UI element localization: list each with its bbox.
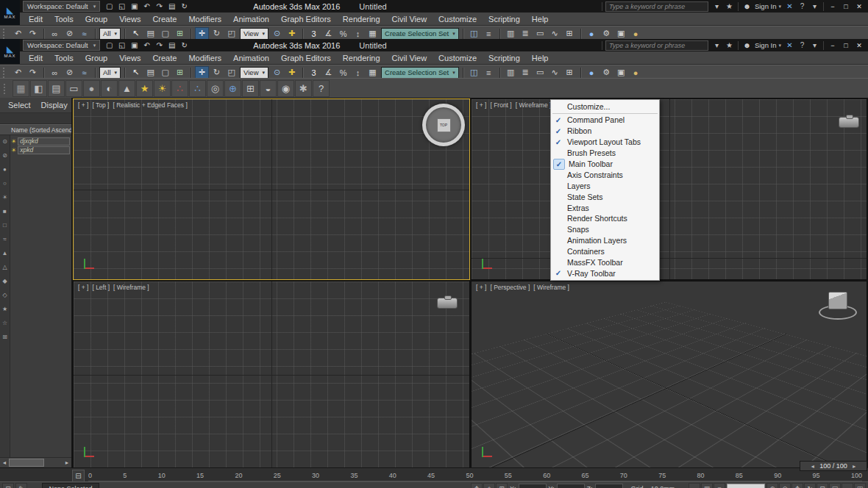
selection-lock-icon[interactable]: ⊡ bbox=[2, 483, 14, 488]
viewcube[interactable] bbox=[817, 289, 858, 321]
display-hidden-icon[interactable]: ☆ bbox=[1, 319, 9, 327]
z-coordinate-field[interactable] bbox=[595, 484, 623, 488]
select-and-move-icon[interactable]: ✛ bbox=[195, 27, 209, 40]
time-slider[interactable]: ◄ 100 / 100 ► bbox=[800, 461, 867, 471]
menu-item[interactable]: Help bbox=[526, 51, 555, 64]
render-setup-icon[interactable]: ⚙ bbox=[600, 27, 613, 40]
display-frozen-icon[interactable]: ★ bbox=[1, 305, 9, 313]
toolbar-menu-item[interactable]: Extras bbox=[551, 202, 659, 213]
maxscript-listener-icon[interactable]: ✎ bbox=[15, 483, 27, 488]
explorer-menu-item[interactable]: Select bbox=[3, 101, 36, 110]
display-all-icon[interactable]: ⊙ bbox=[1, 137, 9, 146]
zoom-extents-icon[interactable]: ⊡ bbox=[817, 483, 828, 488]
viewport-shading-menu[interactable]: [ Wireframe ] bbox=[533, 284, 569, 291]
orbit-icon[interactable]: ↻ bbox=[804, 483, 816, 488]
toolbar-menu-item[interactable]: ✓ Main Toolbar bbox=[551, 159, 659, 170]
redo-icon[interactable]: ↷ bbox=[154, 1, 165, 11]
undo-icon[interactable]: ↶ bbox=[141, 1, 152, 11]
snaps-toggle-icon[interactable]: 3 bbox=[307, 27, 321, 40]
viewport-layout-icon[interactable]: ◧ bbox=[30, 80, 47, 97]
next-frame-icon[interactable]: ► bbox=[852, 464, 857, 469]
isolate-selection-icon[interactable]: ▭ bbox=[689, 483, 700, 488]
select-and-link-icon[interactable]: ∞ bbox=[48, 66, 62, 79]
offset-mode-icon[interactable]: ⌖ bbox=[483, 483, 495, 488]
menu-item[interactable]: Group bbox=[79, 51, 114, 64]
display-materials-icon[interactable]: ⊞ bbox=[1, 333, 9, 341]
toolbar-grip[interactable] bbox=[3, 68, 8, 78]
viewport-shading-menu[interactable]: [ Wireframe ] bbox=[113, 284, 149, 291]
display-shapes-icon[interactable]: ○ bbox=[1, 179, 9, 187]
redo-icon[interactable]: ↷ bbox=[154, 40, 165, 50]
help-icon[interactable]: ? bbox=[797, 1, 808, 11]
menu-item[interactable]: Scripting bbox=[483, 12, 526, 25]
display-groups-icon[interactable]: ▲ bbox=[1, 249, 9, 257]
spinner-snap-icon[interactable]: ↕ bbox=[351, 27, 365, 40]
save-file-icon[interactable]: ▣ bbox=[129, 40, 140, 50]
select-by-name-icon[interactable]: ▤ bbox=[143, 27, 157, 40]
material-editor-icon[interactable]: ● bbox=[585, 66, 599, 79]
select-and-rotate-icon[interactable]: ↻ bbox=[210, 66, 224, 79]
undo-icon[interactable]: ↶ bbox=[141, 40, 152, 50]
capsule-icon[interactable]: ◒ bbox=[260, 80, 277, 97]
named-selection-sets-dropdown[interactable]: Create Selection Set ▾ bbox=[381, 67, 459, 79]
selection-filter-icon[interactable]: ▥ bbox=[701, 483, 713, 488]
mirror-icon[interactable]: ◫ bbox=[467, 27, 481, 40]
scene-object-row[interactable]: ☀ djxqkd bbox=[11, 137, 70, 146]
toolbar-menu-item[interactable]: Animation Layers bbox=[551, 235, 659, 246]
display-cameras-icon[interactable]: ■ bbox=[1, 207, 9, 215]
help-icon[interactable]: ? bbox=[797, 40, 808, 50]
workspace-dropdown[interactable]: Workspace: Default ▾ bbox=[23, 40, 100, 51]
viewport-pov-menu[interactable]: [ Front ] bbox=[490, 101, 511, 109]
menu-item[interactable]: Rendering bbox=[337, 51, 386, 64]
schematic-view-icon[interactable]: ⊞ bbox=[563, 27, 577, 40]
render-production-icon[interactable]: ● bbox=[629, 27, 643, 40]
snap-settings-icon[interactable]: ≡ bbox=[714, 483, 725, 488]
align-icon[interactable]: ≡ bbox=[482, 27, 496, 40]
snaps-toggle-icon[interactable]: 3 bbox=[307, 66, 321, 79]
project-folder-icon[interactable]: ▤ bbox=[166, 1, 177, 11]
communication-center-icon[interactable]: ✕ bbox=[784, 1, 795, 11]
bind-to-space-warp-icon[interactable]: ≈ bbox=[77, 66, 91, 79]
viewport-front[interactable]: [ + ] [ Front ] [ Wireframe ] bbox=[471, 98, 867, 280]
pan-icon[interactable]: ✥ bbox=[791, 483, 803, 488]
menu-item[interactable]: Modifiers bbox=[182, 12, 227, 25]
favorites-icon[interactable]: ★ bbox=[724, 40, 735, 50]
display-spacewarps-icon[interactable]: ≈ bbox=[1, 235, 9, 243]
viewport-general-menu[interactable]: [ + ] bbox=[476, 284, 486, 291]
teapot-icon[interactable]: ◉ bbox=[277, 80, 294, 97]
reference-coordinate-dropdown[interactable]: View ▾ bbox=[240, 28, 268, 40]
viewport-shading-menu[interactable]: [ Realistic + Edged Faces ] bbox=[113, 101, 187, 109]
display-bones-icon[interactable]: ◆ bbox=[1, 277, 9, 285]
name-column-header[interactable]: Name (Sorted Ascendi bbox=[0, 124, 71, 135]
plugin-icon[interactable]: ✱ bbox=[295, 80, 312, 97]
display-none-icon[interactable]: ⊘ bbox=[1, 151, 9, 159]
layer-manager-icon[interactable]: ≣ bbox=[519, 66, 533, 79]
x-coordinate-field[interactable] bbox=[519, 484, 547, 488]
cone-icon[interactable]: ▲ bbox=[118, 80, 135, 97]
viewport-general-menu[interactable]: [ + ] bbox=[78, 284, 88, 291]
menu-item[interactable]: Graph Editors bbox=[275, 51, 337, 64]
open-file-icon[interactable]: ◱ bbox=[116, 1, 127, 11]
maximize-button[interactable]: □ bbox=[840, 40, 852, 50]
scene-panel-icon[interactable]: ▤ bbox=[48, 80, 65, 97]
select-and-manipulate-icon[interactable]: ✚ bbox=[285, 66, 299, 79]
transform-typein-icon[interactable]: ⊞ bbox=[496, 483, 508, 488]
render-production-icon[interactable]: ● bbox=[629, 66, 643, 79]
infocenter-search-input[interactable] bbox=[605, 40, 708, 51]
redo-icon[interactable]: ↷ bbox=[26, 27, 40, 40]
menu-item[interactable]: Civil View bbox=[386, 51, 433, 64]
help-icon[interactable]: ? bbox=[313, 80, 330, 97]
edit-named-selection-sets-icon[interactable]: ▦ bbox=[366, 66, 380, 79]
toolbar-menu-item[interactable]: ✓ Command Panel bbox=[551, 115, 659, 126]
new-scene-icon[interactable]: ▢ bbox=[104, 40, 115, 50]
select-and-move-icon[interactable]: ✛ bbox=[195, 66, 209, 79]
angle-snap-icon[interactable]: ∡ bbox=[321, 66, 335, 79]
curve-editor-icon[interactable]: ∿ bbox=[548, 66, 562, 79]
selection-filter-dropdown[interactable]: All ▾ bbox=[99, 28, 121, 40]
reference-coordinate-dropdown[interactable]: View ▾ bbox=[240, 67, 268, 79]
viewcube-cube[interactable] bbox=[828, 292, 847, 309]
undo-icon[interactable]: ↶ bbox=[11, 66, 25, 79]
menu-item[interactable]: Scripting bbox=[483, 51, 526, 64]
menu-item[interactable]: Tools bbox=[49, 12, 79, 25]
max-logo[interactable]: ◣ MAX bbox=[0, 0, 20, 25]
